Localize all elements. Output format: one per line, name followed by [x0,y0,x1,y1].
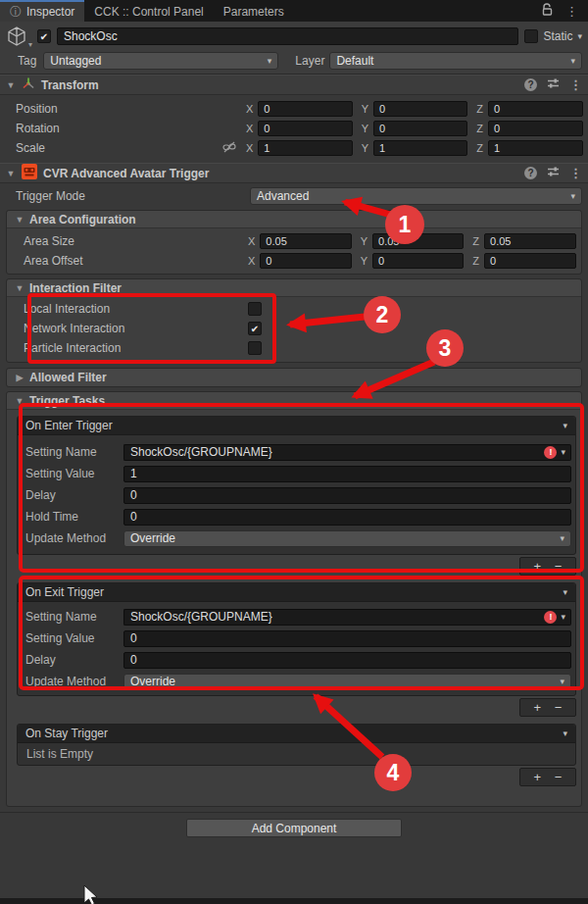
interaction-filter-group: ▼ Interaction Filter Local Interaction N… [6,278,582,363]
rotation-y-input[interactable]: 0 [373,121,467,136]
trigger-mode-row: Trigger Mode Advanced ▾ [0,186,588,206]
transform-gizmo-icon [22,76,35,93]
area-offset-x-input[interactable]: 0 [260,253,351,269]
rotation-x-input[interactable]: 0 [258,121,352,136]
area-offset-y-input[interactable]: 0 [372,253,464,269]
hold-time-input[interactable]: 0 [123,509,571,526]
remove-item-button[interactable]: − [555,560,563,573]
component-title: Transform [41,78,99,92]
remove-item-button[interactable]: − [555,771,563,783]
gameobject-cube-icon[interactable]: ▾ [6,25,31,47]
area-size-x-input[interactable]: 0.05 [260,233,351,249]
chevron-down-icon[interactable]: ▾ [563,587,567,597]
delay-label: Delay [25,488,123,502]
chevron-down-icon[interactable]: ▾ [563,728,567,738]
area-size-y-input[interactable]: 0.05 [372,233,464,249]
particle-interaction-checkbox[interactable] [248,341,262,355]
static-checkbox[interactable] [524,29,538,43]
layer-dropdown[interactable]: Default ▾ [329,52,582,70]
update-method-dropdown[interactable]: Override ▾ [123,674,571,690]
on-enter-trigger-header[interactable]: On Enter Trigger ▾ [18,417,575,435]
link-scale-icon[interactable] [222,141,236,156]
remove-item-button[interactable]: − [555,701,563,714]
tab-label: Inspector [26,5,74,19]
local-interaction-label: Local Interaction [24,302,248,316]
lock-icon[interactable] [542,3,554,19]
transform-header[interactable]: ▼ Transform ? ⋮ [0,75,588,95]
setting-name-options[interactable]: ! ▾ [542,609,571,626]
foldout-open-icon[interactable]: ▼ [15,396,24,406]
position-y-input[interactable]: 0 [373,101,467,117]
cvr-trigger-header[interactable]: ▼ CVR Advanced Avatar Trigger ? ⋮ [0,163,588,183]
network-interaction-checkbox[interactable]: ✔ [248,322,262,335]
setting-value-input[interactable]: 0 [123,630,571,647]
help-icon[interactable]: ? [524,78,537,91]
delay-row: Delay 0 [25,485,571,505]
kebab-menu-icon[interactable]: ⋮ [569,77,582,92]
setting-value-row: Setting Value 0 [25,628,571,648]
setting-value-row: Setting Value 1 [25,464,571,483]
foldout-open-icon[interactable]: ▼ [6,80,16,90]
chevron-down-icon: ▾ [561,612,565,622]
position-z-input[interactable]: 0 [488,101,583,117]
area-size-row: Area Size X0.05 Y0.05 Z0.05 [7,231,581,251]
setting-name-input[interactable]: ShockOsc/{GROUPNAME} [123,609,542,626]
tab-cck-control-panel[interactable]: CCK :: Control Panel [84,0,213,22]
interaction-filter-header[interactable]: ▼ Interaction Filter [7,279,581,297]
static-dropdown-arrow[interactable]: ▾ [577,31,582,41]
y-axis-label: Y [361,255,368,267]
position-x-input[interactable]: 0 [258,101,352,117]
z-axis-label: Z [472,255,479,267]
warning-badge-icon: ! [544,446,557,459]
add-item-button[interactable]: + [534,701,542,714]
x-axis-label: X [248,235,255,247]
tab-parameters[interactable]: Parameters [214,0,294,22]
help-icon[interactable]: ? [524,167,537,179]
group-title: Trigger Tasks [29,394,105,408]
on-exit-trigger-header[interactable]: On Exit Trigger ▾ [18,583,575,602]
foldout-closed-icon[interactable]: ▶ [15,373,24,382]
on-stay-trigger-header[interactable]: On Stay Trigger ▾ [18,725,575,743]
area-offset-z-input[interactable]: 0 [484,253,576,269]
scale-y-input[interactable]: 1 [373,140,467,156]
add-item-button[interactable]: + [534,771,542,783]
trigger-tasks-header[interactable]: ▼ Trigger Tasks [7,392,581,410]
foldout-open-icon[interactable]: ▼ [15,215,24,225]
inspector-window: ⓘ Inspector CCK :: Control Panel Paramet… [0,0,588,904]
area-size-z-input[interactable]: 0.05 [484,233,576,249]
setting-name-input[interactable]: ShockOsc/{GROUPNAME} [123,444,542,461]
kebab-menu-icon[interactable]: ⋮ [565,4,578,19]
tab-inspector[interactable]: ⓘ Inspector [0,0,84,22]
layer-value: Default [336,54,373,68]
chevron-down-icon: ▾ [268,56,272,66]
active-checkbox[interactable]: ✔ [37,29,51,43]
presets-icon[interactable] [547,77,560,92]
on-exit-list-footer: + − [17,698,576,717]
delay-input[interactable]: 0 [123,652,571,669]
setting-name-options[interactable]: ! ▾ [542,444,571,461]
group-title: Allowed Filter [29,371,107,384]
tag-dropdown[interactable]: Untagged ▾ [43,52,278,70]
foldout-open-icon[interactable]: ▼ [15,283,24,293]
local-interaction-checkbox[interactable] [248,302,262,316]
kebab-menu-icon[interactable]: ⋮ [569,166,582,180]
rotation-z-input[interactable]: 0 [488,121,583,136]
setting-value-input[interactable]: 1 [123,466,571,482]
add-component-button[interactable]: Add Component [186,819,402,837]
network-interaction-label: Network Interaction [24,322,248,335]
gameobject-name-input[interactable]: ShockOsc [57,27,518,45]
foldout-open-icon[interactable]: ▼ [6,169,16,178]
allowed-filter-header[interactable]: ▶ Allowed Filter [7,369,581,386]
delay-input[interactable]: 0 [123,487,571,504]
trigger-mode-dropdown[interactable]: Advanced ▾ [250,187,582,205]
update-method-dropdown[interactable]: Override ▾ [123,530,571,547]
tab-bar: ⓘ Inspector CCK :: Control Panel Paramet… [0,0,588,22]
delay-label: Delay [25,653,123,667]
add-item-button[interactable]: + [534,560,542,573]
chevron-down-icon[interactable]: ▾ [563,421,567,430]
scale-z-input[interactable]: 1 [488,140,583,156]
tab-label: Parameters [223,5,284,19]
area-configuration-header[interactable]: ▼ Area Configuration [7,211,581,228]
presets-icon[interactable] [547,166,560,180]
scale-x-input[interactable]: 1 [258,140,352,156]
